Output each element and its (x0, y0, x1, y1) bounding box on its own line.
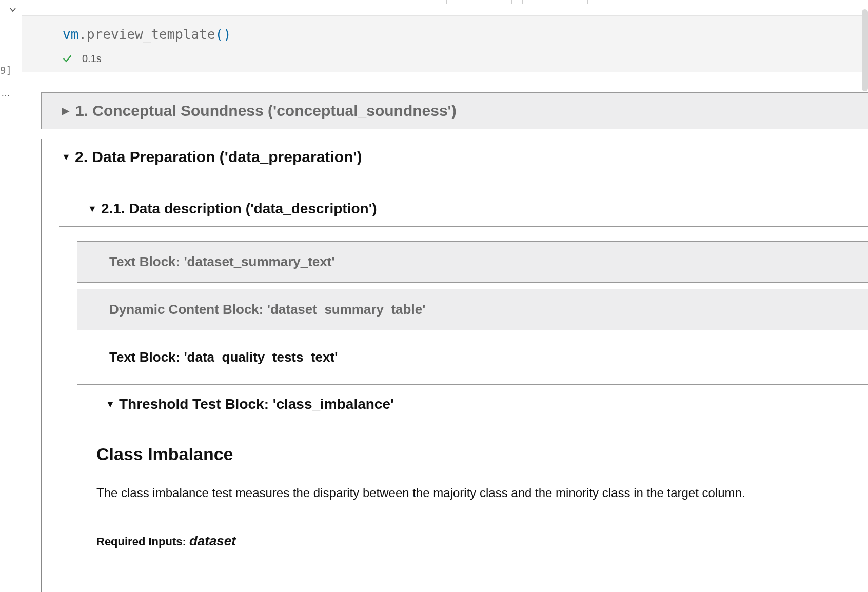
threshold-body: Class Imbalance The class imbalance test… (77, 424, 868, 549)
ghost-button (522, 0, 588, 4)
output-left-rule (41, 139, 42, 592)
subsection-label: 2.1. Data description ('data_description… (101, 201, 377, 217)
cell-output: ▶ 1. Conceptual Soundness ('conceptual_s… (41, 92, 868, 549)
required-inputs-value: dataset (189, 533, 236, 548)
triangle-right-icon: ▶ (62, 105, 70, 116)
section-data-preparation[interactable]: ▼ 2. Data Preparation ('data_preparation… (41, 139, 868, 175)
section-label: 1. Conceptual Soundness ('conceptual_sou… (75, 102, 457, 120)
threshold-header-label: Threshold Test Block: 'class_imbalance' (119, 396, 394, 412)
block-label: Dynamic Content Block: 'dataset_summary_… (109, 302, 425, 317)
cell-execution-count: 9] (0, 65, 12, 76)
chevron-down-icon (9, 6, 16, 13)
block-label: Text Block: 'data_quality_tests_text' (109, 349, 338, 365)
text-block-dataset-summary-text[interactable]: Text Block: 'dataset_summary_text' (77, 241, 868, 283)
block-label: Text Block: 'dataset_summary_text' (109, 254, 335, 269)
cell-collapse-chevron[interactable] (9, 6, 16, 15)
section-conceptual-soundness[interactable]: ▶ 1. Conceptual Soundness ('conceptual_s… (41, 92, 868, 129)
section-label: 2. Data Preparation ('data_preparation') (75, 148, 362, 166)
code-line: vm.preview_template() (22, 16, 868, 50)
output-collapse-ellipsis[interactable]: … (1, 88, 11, 99)
threshold-test-block-class-imbalance: ▼ Threshold Test Block: 'class_imbalance… (77, 384, 868, 549)
code-token-function: preview_template (87, 27, 215, 42)
scrollbar-thumb[interactable] (862, 9, 868, 91)
block-list: Text Block: 'dataset_summary_text' Dynam… (77, 241, 868, 549)
text-block-data-quality-tests-text[interactable]: Text Block: 'data_quality_tests_text' (77, 337, 868, 378)
ghost-button (446, 0, 512, 4)
required-inputs-label: Required Inputs: (96, 535, 189, 548)
code-token-paren: ) (223, 27, 231, 42)
code-token-paren: ( (215, 27, 223, 42)
check-icon (62, 53, 73, 64)
dynamic-block-dataset-summary-table[interactable]: Dynamic Content Block: 'dataset_summary_… (77, 289, 868, 330)
subsection-data-description[interactable]: ▼ 2.1. Data description ('data_descripti… (59, 191, 868, 227)
triangle-down-icon: ▼ (88, 204, 96, 214)
code-token-dot: . (78, 27, 87, 42)
threshold-title: Class Imbalance (96, 444, 853, 464)
code-cell[interactable]: vm.preview_template() 0.1s (22, 15, 868, 72)
triangle-down-icon: ▼ (106, 399, 114, 410)
cell-status-row: 0.1s (22, 50, 868, 72)
threshold-block-header[interactable]: ▼ Threshold Test Block: 'class_imbalance… (77, 385, 868, 424)
triangle-down-icon: ▼ (62, 152, 70, 163)
execution-time: 0.1s (82, 53, 102, 65)
required-inputs: Required Inputs: dataset (96, 533, 853, 549)
code-token-object: vm (63, 27, 78, 42)
threshold-description: The class imbalance test measures the di… (96, 484, 853, 502)
toolbar-cropped (446, 0, 588, 4)
